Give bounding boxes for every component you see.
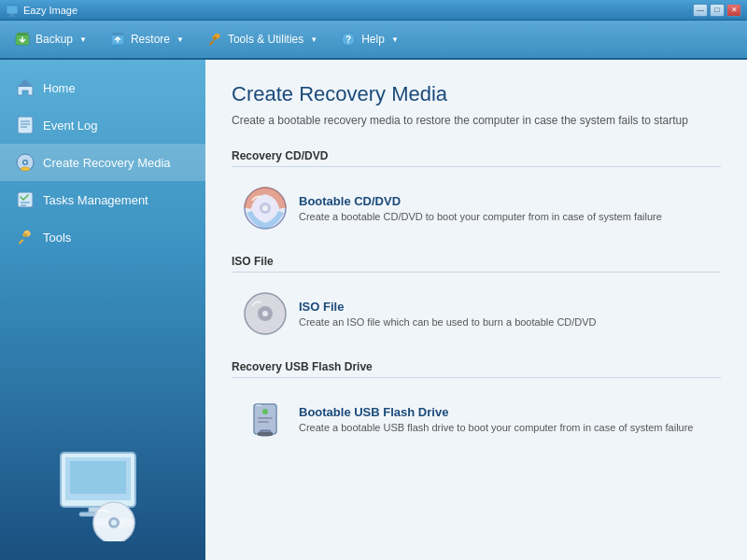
svg-point-34 <box>262 205 268 211</box>
backup-chevron: ▼ <box>79 35 87 44</box>
svg-point-41 <box>262 409 268 414</box>
sidebar-illustration <box>0 429 205 560</box>
minimize-button[interactable]: — <box>693 4 708 17</box>
option-bootable-usb[interactable]: Bootable USB Flash Drive Create a bootab… <box>232 387 721 451</box>
close-button[interactable]: ✕ <box>726 4 741 17</box>
svg-rect-6 <box>112 33 123 35</box>
sidebar-item-create-recovery-media[interactable]: Create Recovery Media <box>0 144 205 181</box>
computer-illustration <box>47 448 159 541</box>
svg-point-31 <box>111 520 117 525</box>
option-bootable-cd-text: Bootable CD/DVD Create a bootable CD/DVD… <box>299 194 662 222</box>
option-iso-desc: Create an ISO file which can be used to … <box>299 316 597 328</box>
window-controls: — □ ✕ <box>693 4 741 17</box>
svg-rect-40 <box>258 432 273 436</box>
tools-chevron: ▼ <box>310 35 317 44</box>
home-icon <box>15 77 35 98</box>
menu-help[interactable]: ? Help ▼ <box>330 25 409 53</box>
option-iso-title: ISO File <box>299 300 597 314</box>
cd-dvd-icon <box>243 186 288 231</box>
usb-icon <box>243 397 288 441</box>
svg-rect-43 <box>258 421 269 423</box>
svg-point-37 <box>262 311 268 316</box>
restore-chevron: ▼ <box>176 35 184 44</box>
menu-backup[interactable]: Backup ▼ <box>4 25 97 53</box>
option-usb-desc: Create a bootable USB flash drive to boo… <box>299 422 693 433</box>
svg-rect-11 <box>18 117 33 133</box>
sidebar-item-event-log[interactable]: Event Log <box>0 106 205 144</box>
section-label-cd-dvd: Recovery CD/DVD <box>232 149 721 167</box>
sidebar-item-tasks-management[interactable]: Tasks Management <box>0 181 205 218</box>
svg-point-17 <box>24 161 27 164</box>
option-bootable-cd-title: Bootable CD/DVD <box>299 194 662 208</box>
option-usb-title: Bootable USB Flash Drive <box>299 405 693 419</box>
restore-icon <box>109 31 126 48</box>
svg-rect-25 <box>70 461 126 494</box>
section-label-iso: ISO File <box>232 255 721 273</box>
svg-rect-0 <box>7 6 18 14</box>
app-icon <box>6 4 19 17</box>
option-bootable-cd[interactable]: Bootable CD/DVD Create a bootable CD/DVD… <box>232 176 721 240</box>
svg-point-7 <box>213 36 217 40</box>
sidebar-item-tools[interactable]: Tools <box>0 218 205 256</box>
backup-icon <box>14 31 31 48</box>
menu-tools[interactable]: Tools & Utilities ▼ <box>196 25 328 53</box>
svg-rect-2 <box>8 16 16 17</box>
tasks-icon <box>15 189 35 210</box>
svg-rect-4 <box>17 33 28 35</box>
sidebar-item-home[interactable]: Home <box>0 69 205 106</box>
menu-restore[interactable]: Restore ▼ <box>99 25 194 53</box>
content-area: Create Recovery Media Create a bootable … <box>205 60 747 560</box>
option-iso-text: ISO File Create an ISO file which can be… <box>299 300 597 328</box>
help-icon: ? <box>340 31 357 48</box>
page-title: Create Recovery Media <box>232 82 721 106</box>
option-bootable-cd-desc: Create a bootable CD/DVD to boot your co… <box>299 211 662 222</box>
event-log-icon <box>15 115 35 135</box>
iso-file-icon <box>243 291 288 336</box>
option-iso-file[interactable]: ISO File Create an ISO file which can be… <box>232 282 721 345</box>
window-title: Eazy Image <box>6 4 78 17</box>
title-bar: Eazy Image — □ ✕ <box>0 0 747 21</box>
svg-point-22 <box>23 233 27 237</box>
svg-rect-42 <box>258 417 273 419</box>
sidebar: Home Event Log Create Recovery Media <box>0 60 205 560</box>
section-label-usb: Recovery USB Flash Drive <box>232 360 721 378</box>
svg-text:?: ? <box>345 35 351 45</box>
page-subtitle: Create a bootable recovery media to rest… <box>232 114 721 127</box>
svg-point-18 <box>21 167 30 171</box>
maximize-button[interactable]: □ <box>710 4 725 17</box>
tools-icon <box>206 31 223 48</box>
menu-bar: Backup ▼ Restore ▼ Tools & Utilities ▼ ?… <box>0 21 747 60</box>
help-chevron: ▼ <box>391 35 399 44</box>
main-layout: Home Event Log Create Recovery Media <box>0 60 747 560</box>
svg-marker-10 <box>17 79 34 87</box>
section-usb: Recovery USB Flash Drive <box>232 360 721 451</box>
recovery-media-icon <box>15 152 35 173</box>
svg-rect-1 <box>10 14 14 16</box>
section-iso-file: ISO File ISO File Create an ISO file whi… <box>232 255 721 345</box>
tools-sidebar-icon <box>15 227 35 247</box>
section-recovery-cd-dvd: Recovery CD/DVD Bootable CD/DVD Create a… <box>232 149 721 240</box>
option-usb-text: Bootable USB Flash Drive Create a bootab… <box>299 405 693 433</box>
